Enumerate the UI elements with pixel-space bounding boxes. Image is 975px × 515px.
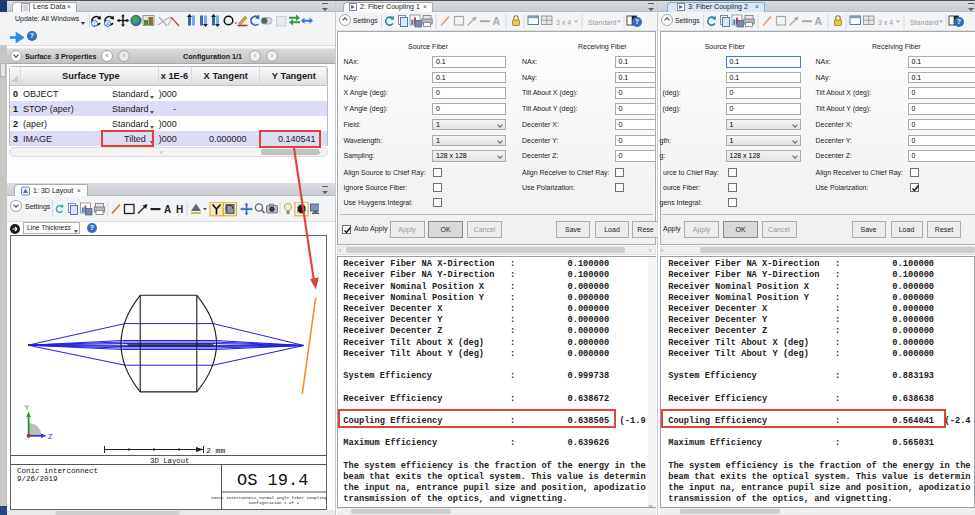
svg-text:A: A bbox=[815, 15, 823, 27]
svg-text:A: A bbox=[493, 15, 501, 27]
svg-text:3 x 4: 3 x 4 bbox=[878, 19, 893, 26]
svg-text:Z: Z bbox=[48, 433, 53, 441]
svg-text:Conic interconnect_normal angl: Conic interconnect_normal angle fiber co… bbox=[211, 496, 327, 500]
svg-text:3 x 4: 3 x 4 bbox=[556, 19, 571, 26]
svg-text:OS 19.4: OS 19.4 bbox=[237, 471, 308, 490]
svg-text:A: A bbox=[164, 204, 171, 215]
svg-text:Configuration 1 of 1: Configuration 1 of 1 bbox=[249, 501, 300, 505]
svg-text:Conic interconnect: Conic interconnect bbox=[17, 467, 98, 475]
svg-text:Standard: Standard bbox=[910, 19, 939, 26]
svg-text:H: H bbox=[176, 204, 183, 215]
svg-text:2 mm: 2 mm bbox=[206, 446, 225, 455]
svg-text:1: 1 bbox=[93, 21, 96, 27]
svg-text:3D Layout: 3D Layout bbox=[150, 457, 189, 465]
svg-text:Y: Y bbox=[25, 404, 30, 412]
svg-text:9/26/2019: 9/26/2019 bbox=[17, 475, 58, 483]
svg-text:A: A bbox=[106, 21, 110, 27]
svg-text:Standard: Standard bbox=[588, 19, 617, 26]
